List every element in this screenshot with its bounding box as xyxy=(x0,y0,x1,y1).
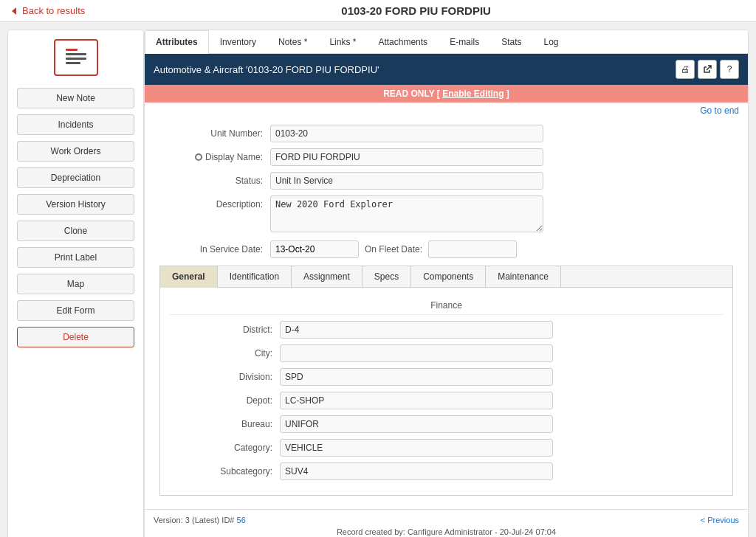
subcategory-input[interactable] xyxy=(280,462,553,480)
incidents-button[interactable]: Incidents xyxy=(17,114,134,135)
description-row: Description: New 2020 Ford Explorer xyxy=(159,195,733,235)
display-name-input[interactable] xyxy=(270,148,543,166)
subcategory-field xyxy=(280,462,553,480)
footer: Version: 3 (Latest) ID# 56 < Previous Re… xyxy=(145,509,748,537)
division-label: Division: xyxy=(169,368,280,382)
tab-links[interactable]: Links * xyxy=(318,30,367,53)
unit-number-label: Unit Number: xyxy=(159,125,270,139)
record-created-text: Record created by: Canfigure Administrat… xyxy=(337,526,556,537)
map-button[interactable]: Map xyxy=(17,274,134,294)
inner-tab-identification[interactable]: Identification xyxy=(218,266,292,287)
display-name-label: Display Name: xyxy=(159,148,270,162)
unit-number-row: Unit Number: xyxy=(159,125,733,142)
category-input[interactable] xyxy=(280,439,553,457)
previous-link[interactable]: < Previous xyxy=(701,516,739,524)
status-label: Status: xyxy=(159,172,270,186)
subcategory-row: Subcategory: xyxy=(169,462,724,480)
clone-button[interactable]: Clone xyxy=(17,221,134,241)
city-field xyxy=(280,344,553,362)
svg-rect-3 xyxy=(66,58,86,60)
description-field: New 2020 Ford Explorer xyxy=(270,195,543,235)
on-fleet-date-input[interactable] xyxy=(428,240,517,258)
inner-tabs: General Identification Assignment Specs … xyxy=(159,266,733,287)
tab-notes[interactable]: Notes * xyxy=(267,30,318,53)
inner-tab-assignment[interactable]: Assignment xyxy=(292,266,362,287)
svg-rect-2 xyxy=(66,53,86,55)
record-header-title: Automotive & Aircraft '0103-20 FORD PIU … xyxy=(154,64,379,75)
record-header: Automotive & Aircraft '0103-20 FORD PIU … xyxy=(145,54,748,85)
content-area: Attributes Inventory Notes * Links * Att… xyxy=(144,30,749,537)
description-input[interactable]: New 2020 Ford Explorer xyxy=(270,195,543,232)
work-orders-button[interactable]: Work Orders xyxy=(17,141,134,162)
version-history-button[interactable]: Version History xyxy=(17,194,134,215)
display-name-radio[interactable] xyxy=(195,153,202,161)
delete-button[interactable]: Delete xyxy=(17,327,134,347)
unit-number-input[interactable] xyxy=(270,125,543,142)
tab-log[interactable]: Log xyxy=(533,30,570,53)
sidebar: New Note Incidents Work Orders Depreciat… xyxy=(7,30,144,537)
depreciation-button[interactable]: Depreciation xyxy=(17,167,134,188)
external-link-icon xyxy=(703,65,712,74)
inner-tab-general[interactable]: General xyxy=(160,266,218,288)
display-name-field xyxy=(270,148,543,166)
tab-inventory[interactable]: Inventory xyxy=(209,30,267,53)
top-bar: Back to results 0103-20 FORD PIU FORDPIU xyxy=(0,0,756,22)
tab-attachments[interactable]: Attachments xyxy=(367,30,439,53)
status-row: Status: xyxy=(159,172,733,190)
tab-attributes[interactable]: Attributes xyxy=(145,30,209,54)
inner-tab-components[interactable]: Components xyxy=(411,266,486,287)
readonly-bar: READ ONLY [ Enable Editing ] xyxy=(145,85,748,103)
city-label: City: xyxy=(169,344,280,358)
bureau-input[interactable] xyxy=(280,415,553,433)
inner-tab-specs[interactable]: Specs xyxy=(362,266,411,287)
status-input[interactable] xyxy=(270,172,543,190)
finance-section-header: Finance xyxy=(169,297,724,315)
external-link-button[interactable] xyxy=(698,60,717,79)
new-note-button[interactable]: New Note xyxy=(17,88,134,108)
svg-rect-4 xyxy=(66,62,80,64)
back-to-results-link[interactable]: Back to results xyxy=(9,5,85,16)
city-input[interactable] xyxy=(280,344,553,362)
display-name-row: Display Name: xyxy=(159,148,733,166)
back-arrow-icon xyxy=(9,6,19,16)
city-row: City: xyxy=(169,344,724,362)
unit-number-field xyxy=(270,125,543,142)
tab-stats[interactable]: Stats xyxy=(490,30,532,53)
district-field xyxy=(280,321,553,339)
division-field xyxy=(280,368,553,386)
division-input[interactable] xyxy=(280,368,553,386)
footer-top-row: Version: 3 (Latest) ID# 56 < Previous xyxy=(154,516,739,524)
depot-row: Depot: xyxy=(169,392,724,409)
on-fleet-date-label: On Fleet Date: xyxy=(365,244,422,254)
footer-middle-row: Record created by: Canfigure Administrat… xyxy=(154,526,739,537)
footer-previous: < Previous xyxy=(701,516,739,524)
footer-center: Record created by: Canfigure Administrat… xyxy=(337,526,556,537)
print-label-button[interactable]: Print Label xyxy=(17,247,134,268)
status-field xyxy=(270,172,543,190)
description-label: Description: xyxy=(159,195,270,209)
district-row: District: xyxy=(169,321,724,339)
bureau-label: Bureau: xyxy=(169,415,280,429)
version-text: Version: 3 (Latest) ID# xyxy=(154,516,234,524)
in-service-date-input[interactable] xyxy=(270,240,359,258)
tab-emails[interactable]: E-mails xyxy=(439,30,490,53)
record-id-link[interactable]: 56 xyxy=(237,516,246,524)
depot-input[interactable] xyxy=(280,392,553,409)
footer-version: Version: 3 (Latest) ID# 56 xyxy=(154,516,246,524)
depot-label: Depot: xyxy=(169,392,280,406)
go-to-end-link[interactable]: Go to end xyxy=(700,105,739,116)
main-container: New Note Incidents Work Orders Depreciat… xyxy=(0,22,756,537)
category-row: Category: xyxy=(169,439,724,457)
go-to-end: Go to end xyxy=(145,103,748,119)
district-input[interactable] xyxy=(280,321,553,339)
edit-form-button[interactable]: Edit Form xyxy=(17,300,134,321)
help-button[interactable]: ? xyxy=(720,60,739,79)
tabs-bar: Attributes Inventory Notes * Links * Att… xyxy=(145,30,748,54)
enable-editing-link[interactable]: Enable Editing xyxy=(442,89,504,99)
form-body: Unit Number: Display Name: Status: xyxy=(145,119,748,509)
print-button[interactable]: 🖨 xyxy=(676,60,695,79)
district-label: District: xyxy=(169,321,280,335)
record-header-icons: 🖨 ? xyxy=(676,60,739,79)
inner-tab-maintenance[interactable]: Maintenance xyxy=(486,266,561,287)
bureau-field xyxy=(280,415,553,433)
